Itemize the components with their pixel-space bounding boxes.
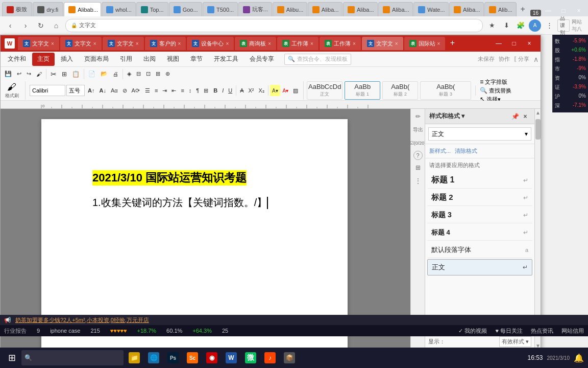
browser-tab-4[interactable]: whol... × bbox=[102, 2, 136, 16]
tab-close-1[interactable]: × bbox=[31, 7, 32, 12]
style-box-h1[interactable]: AaBb 标题 1 bbox=[345, 81, 380, 100]
taskbar-icon-1[interactable]: 📁 bbox=[126, 350, 143, 365]
tab-close-2[interactable]: × bbox=[62, 7, 63, 12]
styles-panel-pin-btn[interactable]: 📌 bbox=[510, 111, 520, 122]
bookmark-btn[interactable]: ★ bbox=[486, 19, 498, 32]
wps-doc-tab-5[interactable]: 文 设备中心 × bbox=[187, 37, 234, 50]
collab-btn[interactable]: 协作 bbox=[499, 55, 510, 63]
wps-doc-tab-6[interactable]: 表 商询板 × bbox=[235, 37, 276, 50]
wps-doc-tab-close-2[interactable]: × bbox=[93, 41, 96, 47]
subscript-btn[interactable]: X₂ bbox=[257, 85, 266, 96]
forward-btn[interactable]: › bbox=[19, 19, 32, 32]
tb-icon4[interactable]: ⊞ bbox=[154, 68, 162, 80]
extra-icon-1[interactable]: 品课别 bbox=[557, 19, 570, 32]
vscroll-up-btn[interactable]: ▲ bbox=[535, 109, 541, 116]
menu-home[interactable]: 主页 bbox=[32, 53, 55, 66]
wps-new-doc-tab-btn[interactable]: + bbox=[446, 37, 458, 49]
style-item-default[interactable]: 默认段落字体 a bbox=[427, 242, 532, 258]
browser-tab-2[interactable]: dry.fi × bbox=[33, 2, 63, 16]
taskbar-icon-3[interactable]: Ps bbox=[164, 350, 182, 365]
style-box-h2[interactable]: AaBb( 标题 2 bbox=[382, 81, 418, 100]
font-decrease-btn[interactable]: A↓ bbox=[97, 85, 108, 96]
wps-maximize-btn[interactable]: □ bbox=[507, 38, 521, 49]
font-format-btn[interactable]: Aα bbox=[109, 85, 120, 96]
taskbar-icon-6[interactable]: W bbox=[223, 350, 240, 365]
stock-item-7[interactable]: 沪 0% bbox=[555, 92, 586, 101]
bullet-list-btn[interactable]: ☰ bbox=[143, 85, 152, 96]
tb-copy-btn[interactable]: ⊞ bbox=[60, 68, 69, 80]
address-bar[interactable]: 🔒 文字文 bbox=[65, 19, 483, 32]
styles-current-dropdown[interactable]: 正文 ▾ bbox=[428, 127, 531, 141]
wps-doc-tab-10[interactable]: 表 国际站 × bbox=[404, 37, 446, 50]
wps-doc-tab-close-5[interactable]: × bbox=[226, 41, 229, 47]
tb-icon5[interactable]: ⊛ bbox=[163, 68, 172, 80]
browser-tab-10[interactable]: Aliba... × bbox=[308, 2, 342, 16]
style-item-h1[interactable]: 标题 1 ↵ bbox=[427, 172, 532, 189]
clear-style-btn[interactable]: 清除格式 bbox=[455, 146, 477, 156]
highlight-btn[interactable]: A▾ bbox=[270, 85, 280, 96]
browser-tab-15[interactable]: Alib... × bbox=[484, 2, 517, 16]
clear-format-btn[interactable]: ⊘ bbox=[120, 85, 129, 96]
font-change-btn[interactable]: A⟳ bbox=[130, 85, 142, 96]
refresh-btn[interactable]: ↻ bbox=[35, 19, 47, 32]
taskbar-icon-5[interactable]: ◉ bbox=[203, 350, 220, 365]
wps-doc-tab-3[interactable]: 文 文字文 × bbox=[103, 37, 144, 50]
wps-doc-tab-close-8[interactable]: × bbox=[353, 41, 356, 47]
menu-layout[interactable]: 页面布局 bbox=[79, 53, 114, 66]
bottom-iphone[interactable]: iphone case bbox=[50, 328, 80, 334]
tb-undo-btn[interactable]: ↩ bbox=[15, 68, 23, 80]
browser-tab-7[interactable]: T500... × bbox=[203, 2, 238, 16]
tb-print-btn[interactable]: 🖨 bbox=[111, 68, 120, 80]
wps-doc-tab-close-10[interactable]: × bbox=[437, 41, 440, 47]
browser-tab-14[interactable]: Aliba... × bbox=[449, 2, 484, 16]
taskbar-icon-9[interactable]: 📦 bbox=[281, 350, 298, 365]
menu-chapter[interactable]: 章节 bbox=[185, 53, 208, 66]
wps-doc-tab-close-9[interactable]: × bbox=[395, 41, 398, 47]
toolbar-collapse-btn[interactable]: ∧ bbox=[533, 55, 538, 63]
stock-item-2[interactable]: 股 +0.6% bbox=[555, 46, 586, 55]
menu-insert[interactable]: 插入 bbox=[56, 53, 78, 66]
back-btn[interactable]: ‹ bbox=[4, 19, 16, 32]
vscroll-thumb[interactable] bbox=[535, 119, 541, 140]
browser-tab-5[interactable]: Top... × bbox=[136, 2, 168, 16]
taskbar-icon-7[interactable]: 微 bbox=[242, 350, 259, 365]
wps-doc-tab-8[interactable]: 表 工作薄 × bbox=[320, 37, 361, 50]
wps-doc-tab-close-1[interactable]: × bbox=[51, 41, 54, 47]
taskbar-icon-8[interactable]: ♪ bbox=[261, 350, 279, 365]
tb-save-btn[interactable]: 💾 bbox=[3, 68, 14, 80]
menu-file[interactable]: 文件和 bbox=[3, 53, 31, 66]
wps-close-btn[interactable]: × bbox=[522, 38, 536, 49]
browser-tab-1[interactable]: 极致 × bbox=[2, 2, 32, 16]
vscroll-bar[interactable]: ▲ ▼ bbox=[534, 109, 541, 349]
wps-doc-tab-close-7[interactable]: × bbox=[310, 41, 313, 47]
browser-tab-11[interactable]: Aliba... × bbox=[343, 2, 378, 16]
tab-close-15[interactable]: × bbox=[517, 7, 517, 12]
extension-btn[interactable]: 🧩 bbox=[514, 19, 527, 32]
stock-item-6[interactable]: 证 -3.9% bbox=[555, 83, 586, 92]
wps-doc-tab-close-3[interactable]: × bbox=[136, 41, 139, 47]
format-painter-large-btn[interactable]: 🖌 格式刷 bbox=[3, 82, 21, 99]
download-btn[interactable]: ⬇ bbox=[500, 19, 512, 32]
styles-panel-close-btn[interactable]: × bbox=[520, 111, 530, 122]
menu-reference[interactable]: 引用 bbox=[115, 53, 137, 66]
bold-btn[interactable]: B bbox=[211, 85, 219, 96]
browser-tab-6[interactable]: Goo... × bbox=[169, 2, 202, 16]
text-layout-btn[interactable]: ≡ 文字排版 bbox=[480, 78, 511, 86]
wps-doc-tab-1[interactable]: 文 文字文 × bbox=[18, 37, 59, 50]
align-btn[interactable]: ≡ bbox=[179, 85, 186, 96]
style-item-h2[interactable]: 标题 2 ↵ bbox=[427, 190, 532, 206]
stock-item-8[interactable]: 深 -7.1% bbox=[555, 101, 586, 110]
tab-count-badge[interactable]: 16 bbox=[530, 10, 541, 16]
wps-doc-tab-9[interactable]: 文 文字文 × bbox=[362, 37, 403, 50]
tb-open-btn[interactable]: 📂 bbox=[99, 68, 110, 80]
stock-item-5[interactable]: 资 0% bbox=[555, 74, 586, 83]
ticker-my-video[interactable]: ✓ 我的视频 bbox=[458, 327, 487, 335]
tb-paste-btn[interactable]: 📋 bbox=[70, 68, 82, 80]
stock-item-4[interactable]: 市 -9% bbox=[555, 64, 586, 74]
new-tab-button[interactable]: + bbox=[517, 2, 528, 16]
shading-btn[interactable]: ▨ bbox=[291, 85, 300, 96]
numbered-list-btn[interactable]: ≡ bbox=[153, 85, 160, 96]
tb-icon2[interactable]: ⊟ bbox=[134, 68, 143, 80]
browser-tab-13[interactable]: Wate... × bbox=[413, 2, 449, 16]
ticker-hot[interactable]: 热点资讯 bbox=[531, 327, 553, 335]
